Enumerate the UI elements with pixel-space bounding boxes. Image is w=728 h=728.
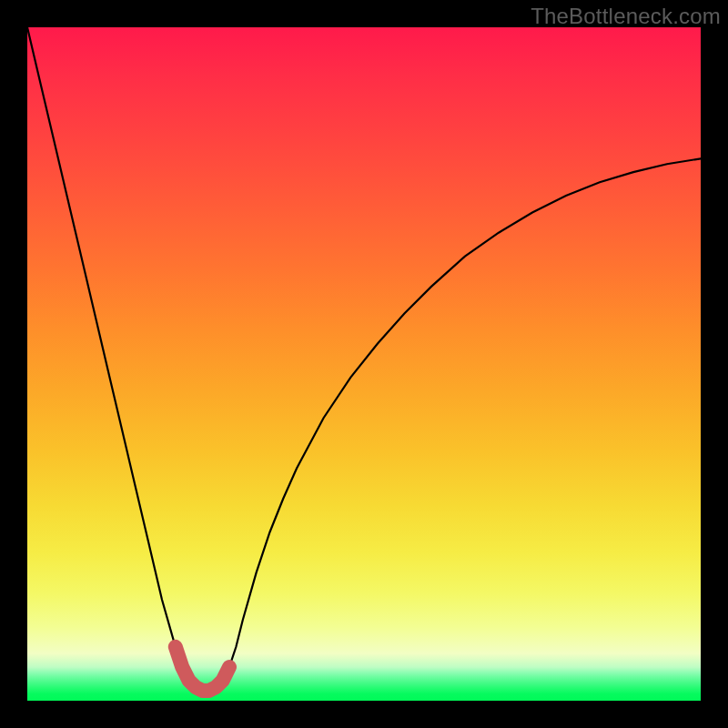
chart-svg (27, 27, 701, 701)
plot-area (27, 27, 701, 701)
highlight-segment (176, 647, 229, 691)
bottleneck-curve (27, 27, 701, 691)
watermark-text: TheBottleneck.com (531, 4, 721, 29)
chart-frame: TheBottleneck.com (0, 0, 728, 728)
